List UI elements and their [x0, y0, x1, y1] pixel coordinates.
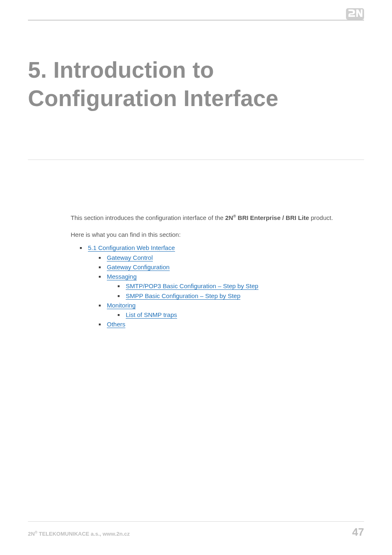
- page-title: 5. Introduction to Configuration Interfa…: [28, 56, 364, 113]
- link-monitoring[interactable]: Monitoring: [107, 302, 136, 309]
- footer-company-prefix: 2N: [28, 531, 35, 537]
- intro-suffix: product.: [309, 214, 333, 221]
- toc-item-gateway-configuration: Gateway Configuration: [107, 262, 364, 272]
- link-smpp[interactable]: SMPP Basic Configuration – Step by Step: [126, 292, 240, 300]
- link-others[interactable]: Others: [107, 321, 125, 328]
- intro-paragraph: This section introduces the configuratio…: [71, 213, 364, 222]
- toc-list: 5.1 Configuration Web Interface Gateway …: [88, 243, 364, 329]
- brand-logo: [346, 8, 364, 20]
- header-divider: [28, 20, 364, 21]
- link-configuration-web-interface[interactable]: 5.1 Configuration Web Interface: [88, 244, 175, 252]
- link-smtp-pop3[interactable]: SMTP/POP3 Basic Configuration – Step by …: [126, 282, 258, 290]
- page-number: 47: [352, 526, 364, 539]
- intro-product-suffix: BRI Enterprise / BRI Lite: [236, 214, 309, 221]
- link-gateway-control[interactable]: Gateway Control: [107, 254, 153, 261]
- link-snmp-traps[interactable]: List of SNMP traps: [126, 311, 177, 319]
- toc-item-snmp-traps: List of SNMP traps: [126, 310, 364, 319]
- link-messaging[interactable]: Messaging: [107, 273, 137, 280]
- page-footer: 2N® TELEKOMUNIKACE a.s., www.2n.cz 47: [28, 521, 364, 539]
- intro-prefix: This section introduces the configuratio…: [71, 214, 225, 221]
- toc-item-messaging: Messaging SMTP/POP3 Basic Configuration …: [107, 272, 364, 301]
- footer-company-suffix: TELEKOMUNIKACE a.s., www.2n.cz: [37, 531, 130, 537]
- section-divider: [28, 160, 364, 160]
- toc-item-5-1: 5.1 Configuration Web Interface Gateway …: [88, 243, 364, 329]
- toc-item-smtp-pop3: SMTP/POP3 Basic Configuration – Step by …: [126, 281, 364, 291]
- intro-product-prefix: 2N: [225, 214, 233, 221]
- toc-item-others: Others: [107, 319, 364, 329]
- link-gateway-configuration[interactable]: Gateway Configuration: [107, 264, 170, 271]
- footer-company: 2N® TELEKOMUNIKACE a.s., www.2n.cz: [28, 530, 130, 537]
- toc-item-monitoring: Monitoring List of SNMP traps: [107, 301, 364, 320]
- toc-item-gateway-control: Gateway Control: [107, 253, 364, 262]
- toc-item-smpp: SMPP Basic Configuration – Step by Step: [126, 291, 364, 301]
- footer-divider: [28, 521, 364, 522]
- find-text: Here is what you can find in this sectio…: [71, 231, 364, 238]
